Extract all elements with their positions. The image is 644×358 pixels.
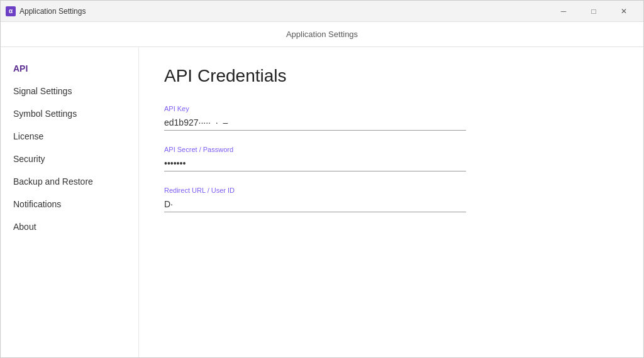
sidebar-item-signal-settings[interactable]: Signal Settings — [1, 80, 138, 102]
redirect-url-label: Redirect URL / User ID — [164, 187, 466, 194]
app-window: α Application Settings ─ □ ✕ Application… — [0, 0, 644, 358]
maximize-button[interactable]: □ — [579, 2, 608, 21]
sidebar-item-about[interactable]: About — [1, 215, 138, 238]
content-area: API Credentials API Key API Secret / Pas… — [139, 47, 643, 357]
redirect-url-input[interactable] — [164, 197, 466, 212]
title-bar-app-name: Application Settings — [19, 7, 86, 16]
app-header-title: Application Settings — [286, 30, 358, 39]
main-content: API Signal Settings Symbol Settings Lice… — [1, 47, 643, 357]
redirect-url-group: Redirect URL / User ID — [164, 187, 466, 212]
sidebar-item-symbol-settings[interactable]: Symbol Settings — [1, 102, 138, 125]
title-bar-controls: ─ □ ✕ — [549, 2, 638, 21]
api-key-label: API Key — [164, 105, 466, 112]
app-header: Application Settings — [1, 22, 643, 47]
page-title: API Credentials — [164, 66, 618, 86]
title-bar-left: α Application Settings — [6, 6, 86, 16]
api-key-group: API Key — [164, 105, 466, 131]
close-button[interactable]: ✕ — [609, 2, 638, 21]
api-secret-group: API Secret / Password — [164, 146, 466, 171]
api-secret-label: API Secret / Password — [164, 146, 466, 153]
sidebar-item-backup-restore[interactable]: Backup and Restore — [1, 170, 138, 193]
api-key-input[interactable] — [164, 115, 466, 131]
sidebar-item-security[interactable]: Security — [1, 148, 138, 170]
sidebar-item-license[interactable]: License — [1, 125, 138, 148]
minimize-button[interactable]: ─ — [549, 2, 578, 21]
api-secret-input[interactable] — [164, 156, 466, 171]
app-icon: α — [6, 6, 16, 16]
sidebar-item-api[interactable]: API — [1, 57, 138, 80]
sidebar: API Signal Settings Symbol Settings Lice… — [1, 47, 139, 357]
sidebar-item-notifications[interactable]: Notifications — [1, 193, 138, 215]
title-bar: α Application Settings ─ □ ✕ — [1, 1, 643, 22]
